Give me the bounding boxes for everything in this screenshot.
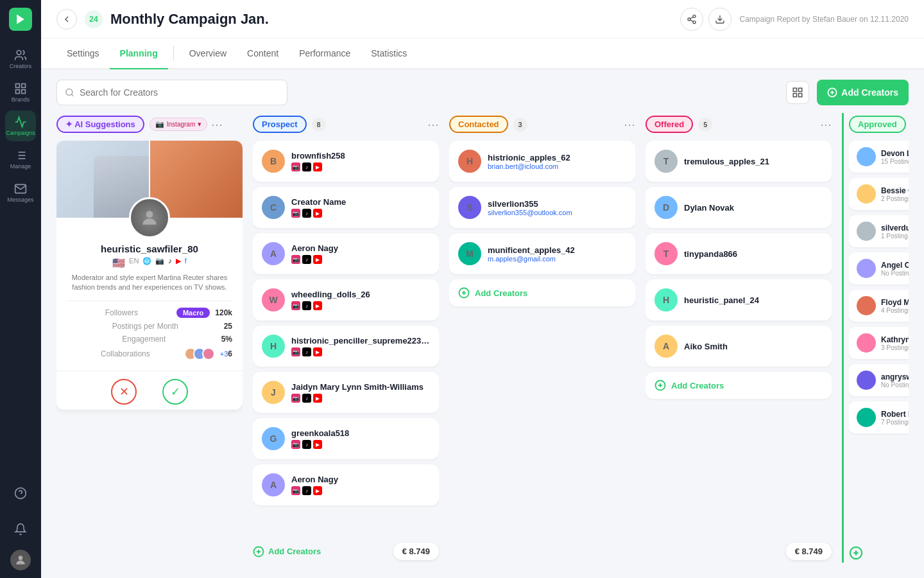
add-creators-approved-button[interactable] [849, 546, 863, 560]
list-item[interactable]: Robert Fox 7 Postings [849, 401, 909, 434]
tab-statistics[interactable]: Statistics [361, 39, 417, 69]
list-item[interactable]: T tinypanda866 [646, 233, 832, 274]
svg-point-16 [688, 18, 690, 21]
col-count-contacted: 3 [513, 118, 527, 132]
col-tag-offered[interactable]: Offered [646, 116, 693, 133]
list-item[interactable]: Bessie Cooper 2 Postings [849, 178, 909, 210]
prospect-col-footer: Add Creators € 8.749 [253, 540, 439, 563]
list-item[interactable]: W wheedling_dolls_26 📷 ♪ ▶ [253, 279, 439, 320]
list-item[interactable]: M munificent_apples_42 m.apples@gmail.co… [449, 233, 635, 274]
list-item[interactable]: Kathryn Murp 3 Postings [849, 327, 909, 359]
svg-rect-26 [799, 94, 802, 97]
col-more-contacted[interactable]: ⋯ [624, 118, 635, 132]
tab-overview[interactable]: Overview [179, 39, 237, 69]
creator-avatar: A [654, 335, 678, 358]
creator-avatar [857, 147, 876, 166]
accept-creator-button[interactable]: ✓ [162, 379, 188, 405]
col-header-ai: ✦ AI Suggestions 📷 Instagram ▾ ⋯ [56, 113, 243, 136]
social-icons: 📷 ♪ ▶ [291, 486, 430, 495]
list-item[interactable]: A Aeron Nagy 📷 ♪ ▶ [253, 233, 439, 274]
add-creators-button[interactable]: Add Creators [817, 80, 909, 105]
ai-card-name: heuristic_sawfiler_80 [67, 243, 232, 254]
list-item[interactable]: H heuristic_panel_24 [646, 279, 832, 320]
creator-avatar: H [654, 288, 678, 311]
list-item[interactable]: C Creator Name 📷 ♪ ▶ [253, 187, 439, 228]
logo[interactable] [9, 8, 32, 31]
list-item[interactable]: J Jaidyn Mary Lynn Smith-Williams 📷 ♪ ▶ [253, 372, 439, 413]
tab-planning[interactable]: Planning [110, 39, 168, 69]
creator-name: histrionic_apples_62 [488, 153, 626, 162]
download-button[interactable] [708, 8, 732, 31]
tab-content[interactable]: Content [237, 39, 289, 69]
sidebar-item-campaigns[interactable]: Campaigns [5, 110, 36, 141]
list-item[interactable]: S silverlion355 silverlion355@outlook.co… [449, 187, 635, 228]
instagram-filter-badge[interactable]: 📷 Instagram ▾ [150, 118, 207, 131]
flag-icon: 🇺🇸 [112, 257, 125, 269]
creator-info: Kathryn Murp 3 Postings [881, 335, 909, 351]
creator-name: Bessie Cooper [881, 186, 909, 195]
list-item[interactable]: D Dylan Novak [646, 187, 832, 228]
collab-avatars [184, 347, 211, 360]
sidebar-item-messages[interactable]: Messages [5, 177, 36, 208]
sidebar-item-manage[interactable]: Manage [5, 144, 36, 175]
reject-creator-button[interactable]: ✕ [111, 379, 137, 405]
col-tag-ai[interactable]: ✦ AI Suggestions [56, 116, 144, 133]
list-item[interactable]: Devon Lane 15 Postings [849, 141, 909, 173]
list-item[interactable]: B brownfish258 📷 ♪ ▶ [253, 141, 439, 182]
list-item[interactable]: T tremulous_apples_21 [646, 141, 832, 182]
creator-avatar: T [654, 242, 678, 265]
list-item[interactable]: Floyd Miles 4 Postings [849, 290, 909, 322]
back-button[interactable] [56, 9, 77, 30]
col-more-ai[interactable]: ⋯ [211, 118, 223, 132]
sidebar-item-help[interactable] [5, 478, 36, 509]
list-item[interactable]: A Aiko Smith [646, 326, 832, 367]
svg-point-30 [146, 211, 153, 218]
svg-point-1 [17, 51, 21, 55]
col-more-offered[interactable]: ⋯ [820, 118, 832, 132]
list-item[interactable]: G greenkoala518 📷 ♪ ▶ [253, 418, 439, 459]
list-item[interactable]: silverduck204 1 Posting [849, 215, 909, 247]
add-creators-prospect-button[interactable]: Add Creators [253, 546, 321, 557]
creator-info: heuristic_panel_24 [684, 295, 823, 305]
ai-creator-card[interactable]: heuristic_sawfiler_80 🇺🇸 EN 🌐 📷 ♪ ▶ f Mo [56, 141, 243, 410]
add-creators-offered-button[interactable]: Add Creators [646, 372, 832, 399]
add-creators-contacted-button[interactable]: Add Creators [449, 279, 635, 306]
col-tag-prospect[interactable]: Prospect [253, 116, 307, 133]
tab-performance[interactable]: Performance [289, 39, 361, 69]
list-item[interactable]: angryswan73 No Postings [849, 364, 909, 396]
sidebar-label-creators: Creators [10, 63, 32, 69]
sidebar-item-creators[interactable]: Creators [5, 44, 36, 74]
search-input[interactable] [80, 87, 279, 98]
list-item[interactable]: A Aeron Nagy 📷 ♪ ▶ [253, 464, 439, 505]
header-actions [680, 8, 732, 31]
svg-rect-3 [22, 84, 26, 88]
creator-avatar [857, 296, 876, 315]
sidebar-item-bell[interactable] [5, 514, 36, 545]
list-item[interactable]: Angel Carder No Postings [849, 252, 909, 285]
grid-toggle-button[interactable] [786, 81, 809, 104]
campaign-report-text: Campaign Report by Stefan Bauer on 12.11… [739, 15, 909, 24]
youtube-icon: ▶ [313, 255, 322, 264]
tiktok-icon: ♪ [302, 209, 311, 218]
creator-postings: 2 Postings [881, 195, 909, 202]
col-more-prospect[interactable]: ⋯ [427, 118, 439, 132]
tiktok-icon: ♪ [302, 301, 311, 310]
share-button[interactable] [680, 8, 703, 31]
add-creators-label: Add Creators [841, 87, 898, 98]
creator-info: Creator Name 📷 ♪ ▶ [291, 197, 430, 218]
ai-card-desc: Moderator and style expert Martina Reute… [67, 273, 232, 293]
col-tag-approved[interactable]: Approved [849, 116, 906, 133]
col-tag-contacted[interactable]: Contacted [449, 116, 508, 133]
creator-postings: 7 Postings [881, 419, 909, 426]
list-item[interactable]: H histrionic_apples_62 brian.bert@icloud… [449, 141, 635, 182]
column-contacted: Contacted 3 ⋯ H histrionic_apples_62 bri… [449, 113, 635, 563]
youtube-icon: ▶ [313, 486, 322, 495]
tab-settings[interactable]: Settings [56, 39, 110, 69]
list-item[interactable]: H histrionic_penciller_supreme2231... 📷 … [253, 326, 439, 367]
creator-name: Robert Fox [881, 410, 909, 419]
offered-price-badge: € 8.749 [786, 543, 832, 560]
user-avatar[interactable] [10, 550, 31, 570]
creator-name: Aeron Nagy [291, 243, 430, 253]
ai-card-avatar-wrap [56, 197, 243, 238]
sidebar-item-brands[interactable]: Brands [5, 77, 36, 108]
